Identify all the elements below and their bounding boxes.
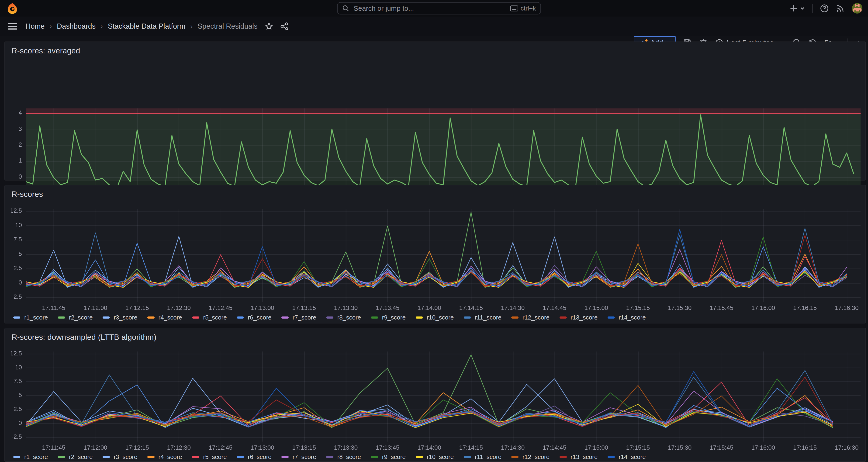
news-button[interactable] <box>836 4 845 13</box>
panel-title[interactable]: R-scores <box>11 190 43 199</box>
star-button[interactable] <box>265 22 273 31</box>
legend-series-marker <box>371 316 378 318</box>
divider <box>812 4 812 13</box>
panel-title[interactable]: R-scores: downsampled (LTTB algorithm) <box>11 333 156 342</box>
share-button[interactable] <box>280 22 289 31</box>
legend-series-marker <box>147 316 155 318</box>
legend-series-label: r12_score <box>523 453 550 461</box>
legend-item[interactable]: r12_score <box>511 314 550 321</box>
legend-series-label: r5_score <box>203 453 227 461</box>
legend-item[interactable]: r11_score <box>464 314 501 321</box>
legend-series-label: r7_score <box>292 314 316 321</box>
legend-item[interactable]: r9_score <box>371 314 406 321</box>
legend-item[interactable]: r6_score <box>237 314 272 321</box>
legend-series-label: r8_score <box>337 314 361 321</box>
legend-item[interactable]: r3_score <box>102 453 137 461</box>
legend-series-label: r4_score <box>158 314 182 321</box>
legend-item[interactable]: r10_score <box>416 453 454 461</box>
legend-series-label: r6_score <box>248 314 272 321</box>
breadcrumb-folder[interactable]: Stackable Data Platform <box>108 22 185 31</box>
legend-item[interactable]: r13_score <box>560 453 598 461</box>
legend-series-label: r12_score <box>523 314 550 321</box>
legend-series-label: r3_score <box>114 314 137 321</box>
breadcrumb-separator: › <box>190 22 193 30</box>
new-button[interactable] <box>789 4 805 12</box>
legend-item[interactable]: r6_score <box>237 453 272 461</box>
legend-item[interactable]: r9_score <box>371 453 406 461</box>
legend-item[interactable]: r11_score <box>464 453 501 461</box>
search-shortcut: ctrl+k <box>510 5 536 12</box>
legend-item[interactable]: r14_score <box>608 314 646 321</box>
legend-series-label: r4_score <box>158 453 182 461</box>
legend-series-label: r8_score <box>337 453 361 461</box>
keyboard-icon <box>510 5 519 11</box>
legend-series-marker <box>511 456 519 458</box>
legend-item[interactable]: r13_score <box>560 314 598 321</box>
legend-item[interactable]: r5_score <box>192 453 227 461</box>
legend-item[interactable]: r3_score <box>102 314 137 321</box>
grafana-dashboard: ctrl+k <box>0 0 868 462</box>
legend-series-marker <box>147 456 155 458</box>
legend-series-marker <box>416 316 423 318</box>
legend-series-label: r14_score <box>619 453 646 461</box>
legend-series-marker <box>102 456 110 458</box>
legend: r1_scorer2_scorer3_scorer4_scorer5_score… <box>13 453 646 461</box>
legend-item[interactable]: r2_score <box>58 314 93 321</box>
legend-item[interactable]: r8_score <box>326 453 361 461</box>
legend-series-label: r10_score <box>427 453 454 461</box>
breadcrumb: Home › Dashboards › Stackable Data Platf… <box>25 22 257 31</box>
breadcrumb-dashboard-title[interactable]: Spectral Residuals <box>197 22 257 31</box>
breadcrumb-home[interactable]: Home <box>25 22 44 31</box>
r-scores-chart[interactable] <box>11 204 864 314</box>
legend-series-marker <box>237 456 244 458</box>
legend-item[interactable]: r14_score <box>608 453 646 461</box>
menu-icon[interactable] <box>8 22 18 30</box>
legend-series-label: r1_score <box>24 453 48 461</box>
legend-item[interactable]: r12_score <box>511 453 550 461</box>
dashboard-nav-bar: Home › Dashboards › Stackable Data Platf… <box>0 17 868 36</box>
legend-series-label: r6_score <box>248 453 272 461</box>
legend-item[interactable]: r7_score <box>281 314 316 321</box>
legend-series-label: r9_score <box>382 453 406 461</box>
legend-series-marker <box>281 316 289 318</box>
legend-item[interactable]: r4_score <box>147 314 182 321</box>
legend-series-marker <box>464 316 471 318</box>
legend-series-label: r2_score <box>69 453 93 461</box>
grafana-logo[interactable] <box>6 3 18 14</box>
chevron-down-icon <box>800 6 805 11</box>
legend-series-label: r3_score <box>114 453 137 461</box>
breadcrumb-dashboards[interactable]: Dashboards <box>57 22 96 31</box>
panel-r-scores-averaged: R-scores: averaged signal <box>4 41 866 181</box>
legend-series-label: r2_score <box>69 314 93 321</box>
legend-item[interactable]: r7_score <box>281 453 316 461</box>
search-box[interactable]: ctrl+k <box>337 2 541 14</box>
search-icon <box>342 5 349 12</box>
legend-series-label: r5_score <box>203 314 227 321</box>
legend-series-marker <box>192 316 199 318</box>
search-input[interactable] <box>352 4 507 13</box>
legend-item[interactable]: r4_score <box>147 453 182 461</box>
legend-item[interactable]: r1_score <box>13 453 48 461</box>
legend-item[interactable]: r2_score <box>58 453 93 461</box>
legend-series-marker <box>608 456 615 458</box>
legend-series-marker <box>608 316 615 318</box>
legend-series-marker <box>102 316 110 318</box>
legend-item[interactable]: r5_score <box>192 314 227 321</box>
breadcrumb-separator: › <box>50 22 52 30</box>
legend-series-label: r11_score <box>475 314 501 321</box>
legend-series-marker <box>13 316 21 318</box>
legend-item[interactable]: r10_score <box>416 314 454 321</box>
r-scores-downsampled-chart[interactable] <box>11 348 864 452</box>
legend-series-marker <box>511 316 519 318</box>
help-button[interactable] <box>820 4 829 13</box>
legend-item[interactable]: r1_score <box>13 314 48 321</box>
legend-series-marker <box>13 456 21 458</box>
legend-item[interactable]: r8_score <box>326 314 361 321</box>
avatar[interactable] <box>852 3 862 13</box>
legend-series-label: r7_score <box>292 453 316 461</box>
legend-series-marker <box>371 456 378 458</box>
panel-title[interactable]: R-scores: averaged <box>11 47 80 55</box>
legend-series-label: r10_score <box>427 314 454 321</box>
legend-series-marker <box>58 456 65 458</box>
legend-series-label: r13_score <box>570 314 597 321</box>
